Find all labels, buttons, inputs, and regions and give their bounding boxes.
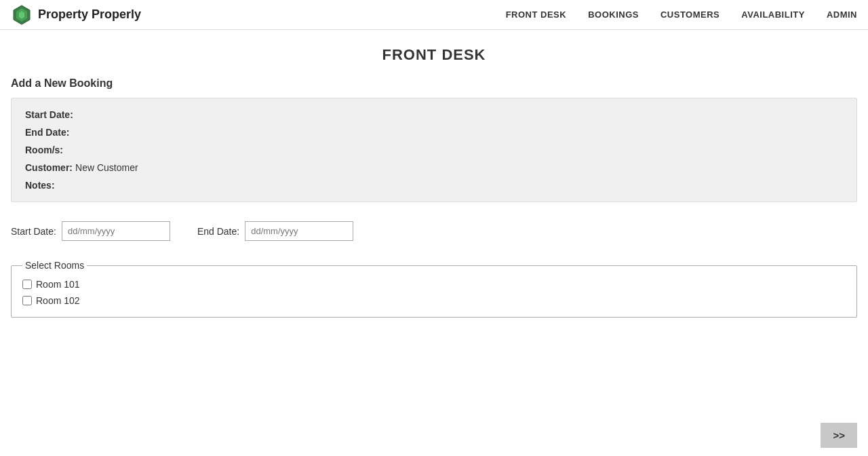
- page-title: FRONT DESK: [11, 46, 857, 64]
- section-title: Add a New Booking: [11, 77, 857, 90]
- summary-customer-value: New Customer: [75, 162, 138, 173]
- logo-area: Property Properly: [11, 4, 141, 26]
- end-date-input[interactable]: [245, 221, 353, 241]
- summary-start-date-row: Start Date:: [25, 109, 843, 120]
- nav-availability[interactable]: AVAILABILITY: [741, 10, 805, 20]
- nav-front-desk[interactable]: FRONT DESK: [506, 10, 567, 20]
- main-content: FRONT DESK Add a New Booking Start Date:…: [0, 30, 868, 353]
- nav-admin[interactable]: ADMIN: [827, 10, 857, 20]
- header: Property Properly FRONT DESK BOOKINGS CU…: [0, 0, 868, 30]
- summary-notes-row: Notes:: [25, 180, 843, 191]
- start-date-label: Start Date:: [11, 226, 56, 237]
- summary-rooms-label: Room/s:: [25, 145, 63, 155]
- logo-text: Property Properly: [38, 7, 141, 22]
- start-date-input[interactable]: [62, 221, 170, 241]
- room-101-label[interactable]: Room 101: [36, 279, 80, 290]
- room-item-102: Room 102: [22, 295, 846, 306]
- rooms-fieldset: Select Rooms Room 101 Room 102: [11, 260, 857, 318]
- room-102-label[interactable]: Room 102: [36, 295, 80, 306]
- nav-customers[interactable]: CUSTOMERS: [660, 10, 719, 20]
- summary-notes-label: Notes:: [25, 180, 55, 191]
- logo-icon: [11, 4, 33, 26]
- end-date-field: End Date:: [197, 221, 353, 241]
- room-101-checkbox[interactable]: [22, 280, 32, 289]
- start-date-field: Start Date:: [11, 221, 170, 241]
- booking-summary: Start Date: End Date: Room/s: Customer: …: [11, 98, 857, 202]
- summary-customer-label: Customer:: [25, 162, 73, 173]
- date-form-row: Start Date: End Date:: [11, 221, 857, 241]
- nav-bookings[interactable]: BOOKINGS: [588, 10, 639, 20]
- rooms-legend: Select Rooms: [22, 260, 87, 271]
- summary-start-date-label: Start Date:: [25, 109, 73, 120]
- summary-customer-row: Customer: New Customer: [25, 162, 843, 173]
- end-date-label: End Date:: [197, 226, 239, 237]
- summary-rooms-row: Room/s:: [25, 145, 843, 155]
- summary-end-date-row: End Date:: [25, 127, 843, 138]
- room-102-checkbox[interactable]: [22, 296, 32, 305]
- room-item-101: Room 101: [22, 279, 846, 290]
- main-nav: FRONT DESK BOOKINGS CUSTOMERS AVAILABILI…: [506, 10, 857, 20]
- summary-end-date-label: End Date:: [25, 127, 69, 138]
